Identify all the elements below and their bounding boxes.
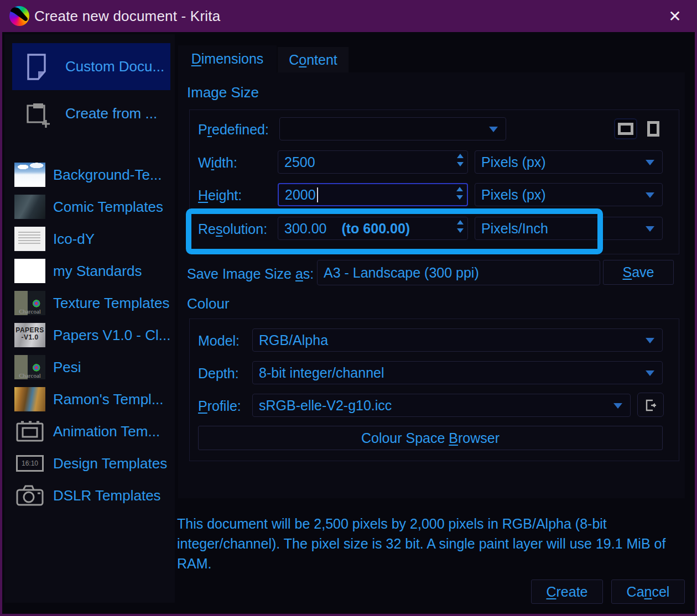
template-label: Background-Te...	[53, 166, 162, 184]
portrait-icon	[647, 121, 659, 137]
landscape-orientation-button[interactable]	[614, 118, 637, 139]
template-thumbnail	[14, 163, 45, 187]
create-from-existing-icon	[21, 98, 52, 129]
aspect-ratio-icon: 16:10	[14, 451, 45, 476]
thumbnail-caption: Charcoal	[14, 373, 45, 379]
template-thumbnail: PAPERS -V1.0	[14, 323, 45, 347]
save-button[interactable]: Save	[603, 260, 674, 285]
template-list: Background-Te... Comic Templates Ico-dY …	[12, 159, 170, 511]
template-label: Texture Templates	[53, 295, 170, 312]
chevron-down-icon	[646, 160, 654, 165]
sidebar-item-my-standards[interactable]: my Standards	[12, 255, 170, 287]
sidebar-item-dslr-templates[interactable]: DSLR Templates	[12, 479, 170, 511]
depth-combobox[interactable]: 8-bit integer/channel	[252, 361, 663, 384]
template-label: Ico-dY	[53, 231, 95, 248]
chevron-down-icon	[646, 338, 654, 343]
profile-combobox[interactable]: sRGB-elle-V2-g10.icc	[252, 394, 631, 417]
resolution-to-hint: (to 600.00)	[341, 221, 410, 237]
profile-import-button[interactable]	[637, 393, 664, 417]
cancel-button[interactable]: Cancel	[611, 580, 685, 604]
close-icon: ✕	[668, 7, 681, 25]
depth-label: Depth:	[198, 366, 239, 382]
chevron-down-icon	[646, 226, 654, 232]
colour-space-browser-button[interactable]: Colour Space Browser	[198, 426, 663, 450]
sidebar-item-papers-v1[interactable]: PAPERS -V1.0 Papers V1.0 - Cl...	[12, 319, 170, 351]
save-image-size-value[interactable]: A3 - Landscape (300 ppi)	[317, 260, 600, 285]
sidebar-item-texture-templates[interactable]: Charcoal Texture Templates	[12, 287, 170, 319]
model-combobox[interactable]: RGB/Alpha	[252, 328, 663, 352]
window-title: Create new document - Krita	[34, 8, 220, 25]
width-unit-value: Pixels (px)	[475, 154, 546, 170]
chevron-down-icon	[489, 127, 498, 132]
resolution-unit-value: Pixels/Inch	[475, 221, 548, 237]
camera-icon	[14, 483, 45, 508]
create-new-document-dialog: Create new document - Krita ✕ Custom Doc…	[0, 0, 697, 616]
blank-document-icon	[21, 51, 52, 82]
depth-value: 8-bit integer/channel	[253, 365, 384, 381]
template-label: DSLR Templates	[53, 487, 161, 504]
colour-section-title: Colour	[187, 295, 230, 312]
portrait-orientation-button[interactable]	[642, 118, 665, 139]
sidebar-item-ico-dy[interactable]: Ico-dY	[12, 223, 170, 255]
profile-label: Profile:	[198, 398, 241, 414]
model-label: Model:	[198, 333, 240, 349]
sidebar-item-pesi[interactable]: Charcoal Pesi	[12, 351, 170, 383]
template-label: Papers V1.0 - Cl...	[53, 327, 170, 344]
titlebar: Create new document - Krita ✕	[0, 0, 697, 32]
predefined-label: Predefined:	[198, 122, 269, 138]
krita-logo-icon	[9, 6, 29, 26]
predefined-combobox[interactable]	[279, 117, 506, 140]
profile-value: sRGB-elle-V2-g10.icc	[253, 398, 392, 414]
resolution-unit-combobox[interactable]: Pixels/Inch	[475, 217, 663, 240]
template-label: Comic Templates	[53, 199, 163, 216]
summary-text: This document will be 2,500 pixels by 2,…	[177, 514, 668, 573]
height-unit-value: Pixels (px)	[475, 187, 546, 203]
sidebar-item-custom-document[interactable]: Custom Docu...	[12, 43, 170, 90]
template-thumbnail	[14, 387, 45, 411]
chevron-down-icon	[646, 370, 654, 376]
sidebar-item-comic-templates[interactable]: Comic Templates	[12, 191, 170, 223]
text-caret	[317, 187, 318, 202]
template-label: my Standards	[53, 263, 142, 280]
height-unit-combobox[interactable]: Pixels (px)	[475, 183, 663, 206]
template-label: Ramon's Templ...	[53, 391, 164, 408]
chevron-down-icon	[646, 192, 654, 198]
thumbnail-caption: Charcoal	[14, 309, 45, 315]
thumbnail-caption: PAPERS -V1.0	[14, 327, 45, 341]
model-value: RGB/Alpha	[253, 332, 328, 348]
width-unit-combobox[interactable]: Pixels (px)	[475, 150, 663, 174]
resolution-spinbox[interactable]: 300.00 (to 600.00)	[278, 217, 468, 240]
template-thumbnail	[14, 195, 45, 219]
landscape-icon	[618, 123, 633, 135]
sidebar-item-design-templates[interactable]: 16:10 Design Templates	[12, 447, 170, 479]
template-thumbnail	[14, 227, 45, 251]
height-spinbox[interactable]: 2000	[278, 183, 468, 206]
create-button[interactable]: Create	[531, 580, 603, 604]
sidebar-item-ramons-templates[interactable]: Ramon's Templ...	[12, 383, 170, 415]
spinner-arrows-icon[interactable]	[456, 187, 463, 200]
width-spinbox[interactable]: 2500	[278, 150, 468, 174]
tab-dimensions[interactable]: Dimensions	[178, 45, 277, 72]
resolution-value: 300.00	[278, 221, 326, 237]
tab-content[interactable]: Content	[278, 47, 348, 72]
template-label: Pesi	[53, 359, 81, 376]
chevron-down-icon	[613, 403, 622, 409]
template-thumbnail: Charcoal	[14, 291, 45, 315]
film-frame-icon	[14, 419, 45, 443]
sidebar-item-label: Custom Docu...	[65, 58, 164, 75]
sidebar-item-animation-templates[interactable]: Animation Tem...	[12, 415, 170, 447]
close-button[interactable]: ✕	[664, 6, 686, 27]
ratio-badge-text: 16:10	[22, 460, 38, 467]
document-type-list: Custom Docu... Create from ...	[12, 43, 170, 137]
width-label: Width:	[198, 155, 237, 171]
sidebar-item-create-from-existing[interactable]: Create from ...	[12, 90, 170, 137]
resolution-label: Resolution:	[198, 221, 267, 237]
spinner-arrows-icon[interactable]	[457, 154, 464, 166]
sidebar-item-background-templates[interactable]: Background-Te...	[12, 159, 170, 191]
sidebar-item-label: Create from ...	[65, 105, 157, 122]
template-thumbnail: Charcoal	[14, 355, 45, 379]
template-label: Design Templates	[53, 455, 167, 472]
template-label: Animation Tem...	[53, 423, 160, 440]
height-label: Height:	[198, 187, 242, 203]
spinner-arrows-icon[interactable]	[457, 220, 464, 233]
